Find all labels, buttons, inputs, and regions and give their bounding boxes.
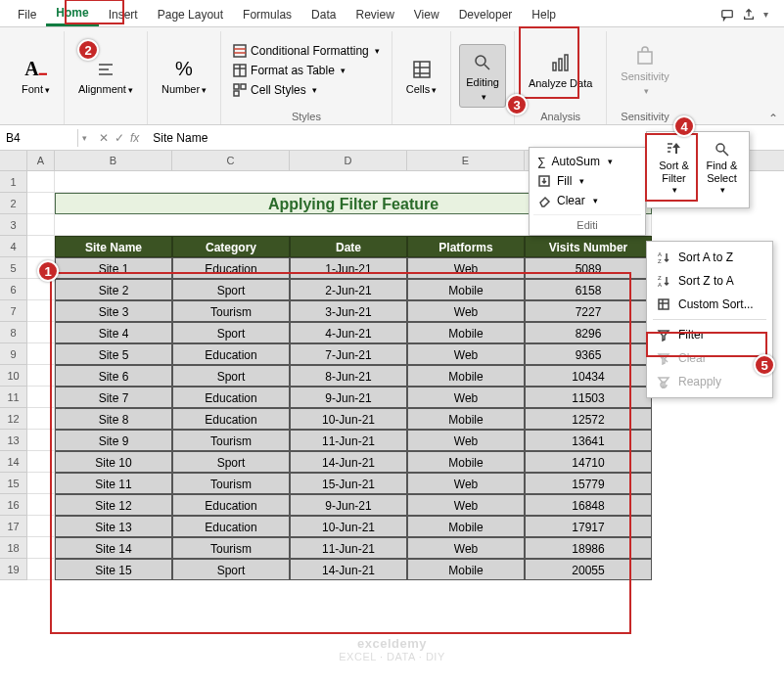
fill-button[interactable]: Fill▾ xyxy=(533,171,641,191)
select-all-corner[interactable] xyxy=(0,151,27,170)
cell[interactable] xyxy=(27,408,55,430)
cell[interactable]: 10-Jun-21 xyxy=(290,516,407,537)
cell[interactable] xyxy=(27,430,55,451)
cell[interactable] xyxy=(27,365,55,387)
name-box[interactable]: B4 xyxy=(0,129,78,147)
analyze-data-button[interactable]: Analyze Data xyxy=(523,46,598,94)
font-button[interactable]: A▁ Font▾ xyxy=(16,52,56,100)
row-header[interactable]: 9 xyxy=(0,343,27,365)
col-B[interactable]: B xyxy=(55,151,172,170)
tab-pagelayout[interactable]: Page Layout xyxy=(148,4,233,25)
cell[interactable]: 14-Jun-21 xyxy=(290,451,407,473)
chevron-down-icon[interactable]: ▾ xyxy=(78,133,91,143)
editing-button[interactable]: Editing▾ xyxy=(459,44,506,107)
fx-icon[interactable]: fx xyxy=(130,131,139,145)
conditional-formatting-button[interactable]: Conditional Formatting▾ xyxy=(229,42,384,60)
col-C[interactable]: C xyxy=(172,151,290,170)
cell[interactable]: 14-Jun-21 xyxy=(290,559,407,580)
cell[interactable] xyxy=(27,516,55,537)
tab-developer[interactable]: Developer xyxy=(449,4,523,25)
cell[interactable]: Web xyxy=(407,257,525,279)
cell[interactable] xyxy=(27,236,55,257)
cells-button[interactable]: Cells▾ xyxy=(400,52,442,100)
cell[interactable]: 18986 xyxy=(525,537,652,559)
cell[interactable]: 14710 xyxy=(525,451,652,473)
row-header[interactable]: 17 xyxy=(0,516,27,537)
cell[interactable]: Mobile xyxy=(407,279,525,300)
cell[interactable]: Site 3 xyxy=(55,300,172,322)
col-A[interactable]: A xyxy=(27,151,55,170)
cell[interactable]: 9365 xyxy=(525,343,652,365)
filter-menu-item[interactable]: Filter xyxy=(647,323,772,346)
sort-z-to-a[interactable]: ZASort Z to A xyxy=(647,269,772,293)
cell[interactable]: 12572 xyxy=(525,408,652,430)
row-header[interactable]: 3 xyxy=(0,214,27,236)
cell[interactable]: Web xyxy=(407,387,525,408)
cell[interactable]: Tourism xyxy=(172,430,290,451)
cell[interactable]: Education xyxy=(172,257,290,279)
cell[interactable]: Site 14 xyxy=(55,537,172,559)
cell[interactable] xyxy=(27,300,55,322)
tab-insert[interactable]: Insert xyxy=(99,4,148,25)
cell[interactable]: 8296 xyxy=(525,322,652,343)
row-header[interactable]: 16 xyxy=(0,494,27,516)
clear-button[interactable]: Clear▾ xyxy=(533,191,641,210)
cancel-icon[interactable]: ✕ xyxy=(99,131,109,145)
cell[interactable]: Site 4 xyxy=(55,322,172,343)
tab-help[interactable]: Help xyxy=(522,4,566,25)
cell[interactable]: Site 13 xyxy=(55,516,172,537)
tab-home[interactable]: Home xyxy=(46,2,98,26)
cell[interactable]: 13641 xyxy=(525,430,652,451)
cell[interactable]: Date xyxy=(290,236,407,257)
row-header[interactable]: 1 xyxy=(0,171,27,193)
number-button[interactable]: % Number▾ xyxy=(156,52,212,100)
cell[interactable]: Mobile xyxy=(407,516,525,537)
cell[interactable]: 16848 xyxy=(525,494,652,516)
row-header[interactable]: 10 xyxy=(0,365,27,387)
cell[interactable]: Site 2 xyxy=(55,279,172,300)
cell[interactable]: Web xyxy=(407,430,525,451)
cell[interactable]: 11-Jun-21 xyxy=(290,430,407,451)
sensitivity-button[interactable]: Sensitivity▾ xyxy=(615,39,675,100)
cell[interactable]: 5089 xyxy=(525,257,652,279)
format-as-table-button[interactable]: Format as Table▾ xyxy=(229,62,384,79)
row-header[interactable]: 13 xyxy=(0,430,27,451)
cell[interactable]: Education xyxy=(172,387,290,408)
cell[interactable]: 8-Jun-21 xyxy=(290,365,407,387)
cell[interactable]: 1-Jun-21 xyxy=(290,257,407,279)
cell[interactable] xyxy=(27,193,55,214)
cell-styles-button[interactable]: Cell Styles▾ xyxy=(229,81,384,99)
cell[interactable] xyxy=(27,171,55,193)
cell[interactable] xyxy=(27,473,55,494)
row-header[interactable]: 2 xyxy=(0,193,27,214)
row-header[interactable]: 8 xyxy=(0,322,27,343)
cell[interactable]: Sport xyxy=(172,279,290,300)
cell[interactable]: 3-Jun-21 xyxy=(290,300,407,322)
cell[interactable]: Education xyxy=(172,494,290,516)
custom-sort[interactable]: Custom Sort... xyxy=(647,293,772,316)
cell[interactable]: Sport xyxy=(172,451,290,473)
cell[interactable]: Mobile xyxy=(407,451,525,473)
cell[interactable]: 10-Jun-21 xyxy=(290,408,407,430)
enter-icon[interactable]: ✓ xyxy=(115,131,124,145)
cell[interactable]: Site 10 xyxy=(55,451,172,473)
row-header[interactable]: 5 xyxy=(0,257,27,279)
row-header[interactable]: 12 xyxy=(0,408,27,430)
cell[interactable]: Site 8 xyxy=(55,408,172,430)
sort-a-to-z[interactable]: AZSort A to Z xyxy=(647,246,772,269)
cell[interactable]: Site 9 xyxy=(55,430,172,451)
cell[interactable]: Mobile xyxy=(407,408,525,430)
cell[interactable] xyxy=(27,387,55,408)
cell[interactable] xyxy=(27,494,55,516)
cell[interactable]: Visits Number xyxy=(525,236,652,257)
cell[interactable]: Site 6 xyxy=(55,365,172,387)
col-E[interactable]: E xyxy=(407,151,525,170)
cell[interactable]: Education xyxy=(172,516,290,537)
cell[interactable]: 6158 xyxy=(525,279,652,300)
cell[interactable]: 17917 xyxy=(525,516,652,537)
cell[interactable]: Tourism xyxy=(172,537,290,559)
cell[interactable]: Platforms xyxy=(407,236,525,257)
cell[interactable]: Mobile xyxy=(407,322,525,343)
cell[interactable]: Web xyxy=(407,300,525,322)
cell[interactable]: 7-Jun-21 xyxy=(290,343,407,365)
